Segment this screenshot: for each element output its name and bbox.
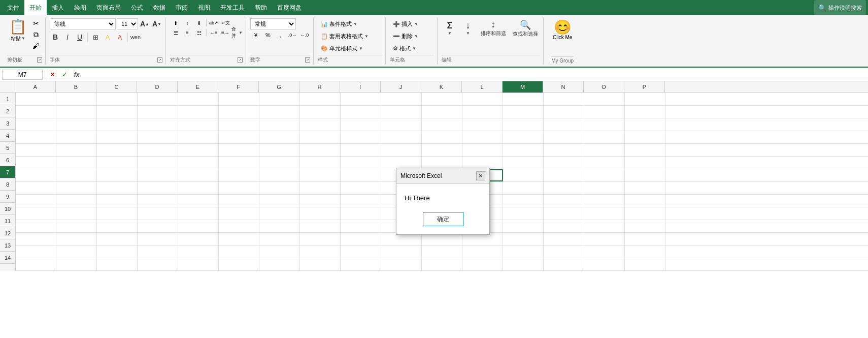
menu-home[interactable]: 开始 bbox=[24, 0, 47, 15]
cell-O5[interactable] bbox=[584, 144, 625, 156]
cell-I11[interactable] bbox=[341, 220, 381, 232]
menu-review[interactable]: 审阅 bbox=[171, 0, 193, 15]
menu-formula[interactable]: 公式 bbox=[126, 0, 148, 15]
border-button[interactable]: ⊞ bbox=[90, 32, 101, 43]
cell-G6[interactable] bbox=[259, 157, 300, 169]
col-header-b[interactable]: B bbox=[56, 81, 96, 93]
cell-F5[interactable] bbox=[219, 144, 259, 156]
cell-H8[interactable] bbox=[300, 182, 341, 194]
dialog-ok-button[interactable]: 确定 bbox=[423, 212, 463, 226]
align-middle-button[interactable]: ↕ bbox=[182, 18, 193, 27]
cell-P1[interactable] bbox=[625, 93, 665, 105]
row-header-2[interactable]: 2 bbox=[0, 105, 15, 117]
cell-D7[interactable] bbox=[138, 169, 178, 181]
cell-A8[interactable] bbox=[16, 182, 56, 194]
cell-A3[interactable] bbox=[16, 118, 56, 131]
cell-O1[interactable] bbox=[584, 93, 625, 105]
sort-filter-button[interactable]: ↕ 排序和筛选 bbox=[478, 18, 508, 38]
cell-A4[interactable] bbox=[16, 131, 56, 143]
cell-L2[interactable] bbox=[462, 106, 503, 118]
cell-M8[interactable] bbox=[503, 182, 544, 194]
row-header-8[interactable]: 8 bbox=[0, 178, 15, 191]
cell-M9[interactable] bbox=[503, 195, 544, 207]
cell-E14[interactable] bbox=[178, 258, 219, 270]
cell-A11[interactable] bbox=[16, 220, 56, 232]
menu-data[interactable]: 数据 bbox=[148, 0, 171, 15]
cell-P4[interactable] bbox=[625, 131, 665, 143]
cell-H12[interactable] bbox=[300, 233, 341, 245]
clipboard-expand-icon[interactable]: ↗ bbox=[37, 57, 42, 63]
cell-O13[interactable] bbox=[584, 245, 625, 258]
cell-N8[interactable] bbox=[544, 182, 584, 194]
cell-F13[interactable] bbox=[219, 245, 259, 258]
cell-D2[interactable] bbox=[138, 106, 178, 118]
cell-H2[interactable] bbox=[300, 106, 341, 118]
cell-C11[interactable] bbox=[97, 220, 138, 232]
font-name-selector[interactable]: 等线 bbox=[50, 18, 116, 29]
cell-K5[interactable] bbox=[422, 144, 462, 156]
cell-D11[interactable] bbox=[138, 220, 178, 232]
cell-F14[interactable] bbox=[219, 258, 259, 270]
cut-button[interactable]: ✂ bbox=[30, 18, 42, 28]
cell-F8[interactable] bbox=[219, 182, 259, 194]
cell-G13[interactable] bbox=[259, 245, 300, 258]
cell-I7[interactable] bbox=[341, 169, 381, 181]
cell-B10[interactable] bbox=[56, 207, 97, 220]
font-size-selector[interactable]: 11 bbox=[117, 18, 138, 29]
row-header-5[interactable]: 5 bbox=[0, 142, 15, 154]
cell-C9[interactable] bbox=[97, 195, 138, 207]
cell-A2[interactable] bbox=[16, 106, 56, 118]
cell-P2[interactable] bbox=[625, 106, 665, 118]
cell-A13[interactable] bbox=[16, 245, 56, 258]
cell-H6[interactable] bbox=[300, 157, 341, 169]
cell-I1[interactable] bbox=[341, 93, 381, 105]
cell-A9[interactable] bbox=[16, 195, 56, 207]
decrease-decimal-button[interactable]: ←.0 bbox=[299, 30, 310, 40]
cell-C10[interactable] bbox=[97, 207, 138, 220]
cell-B2[interactable] bbox=[56, 106, 97, 118]
cell-H11[interactable] bbox=[300, 220, 341, 232]
cell-P8[interactable] bbox=[625, 182, 665, 194]
cell-N12[interactable] bbox=[544, 233, 584, 245]
cell-M5[interactable] bbox=[503, 144, 544, 156]
cancel-formula-button[interactable]: ✕ bbox=[47, 70, 57, 80]
cell-G9[interactable] bbox=[259, 195, 300, 207]
cell-O3[interactable] bbox=[584, 118, 625, 131]
cell-D6[interactable] bbox=[138, 157, 178, 169]
cell-F4[interactable] bbox=[219, 131, 259, 143]
comma-button[interactable]: , bbox=[275, 30, 286, 40]
col-header-g[interactable]: G bbox=[259, 81, 299, 93]
indent-increase-button[interactable]: ≡→ bbox=[220, 28, 231, 37]
cell-I6[interactable] bbox=[341, 157, 381, 169]
col-header-f[interactable]: F bbox=[218, 81, 259, 93]
cell-C13[interactable] bbox=[97, 245, 138, 258]
cell-A14[interactable] bbox=[16, 258, 56, 270]
cell-B11[interactable] bbox=[56, 220, 97, 232]
cell-M10[interactable] bbox=[503, 207, 544, 220]
cell-M1[interactable] bbox=[503, 93, 544, 105]
cell-O2[interactable] bbox=[584, 106, 625, 118]
row-header-13[interactable]: 13 bbox=[0, 239, 15, 252]
formula-input[interactable] bbox=[84, 70, 866, 80]
cell-style-button[interactable]: 🎨 单元格样式 ▼ bbox=[318, 43, 366, 54]
cell-A5[interactable] bbox=[16, 144, 56, 156]
cell-D8[interactable] bbox=[138, 182, 178, 194]
cell-E11[interactable] bbox=[178, 220, 219, 232]
underline-button[interactable]: U bbox=[74, 32, 85, 43]
cell-P5[interactable] bbox=[625, 144, 665, 156]
cell-L1[interactable] bbox=[462, 93, 503, 105]
col-header-j[interactable]: J bbox=[381, 81, 421, 93]
format-painter-button[interactable]: 🖌 bbox=[30, 41, 42, 51]
cell-I10[interactable] bbox=[341, 207, 381, 220]
cell-A7[interactable] bbox=[16, 169, 56, 181]
cell-H4[interactable] bbox=[300, 131, 341, 143]
col-header-l[interactable]: L bbox=[462, 81, 503, 93]
cell-K14[interactable] bbox=[422, 258, 462, 270]
cell-B1[interactable] bbox=[56, 93, 97, 105]
col-header-h[interactable]: H bbox=[299, 81, 340, 93]
row-header-7[interactable]: 7 bbox=[0, 166, 15, 178]
cell-F3[interactable] bbox=[219, 118, 259, 131]
cell-H13[interactable] bbox=[300, 245, 341, 258]
cell-I4[interactable] bbox=[341, 131, 381, 143]
cell-M7[interactable] bbox=[503, 169, 544, 181]
